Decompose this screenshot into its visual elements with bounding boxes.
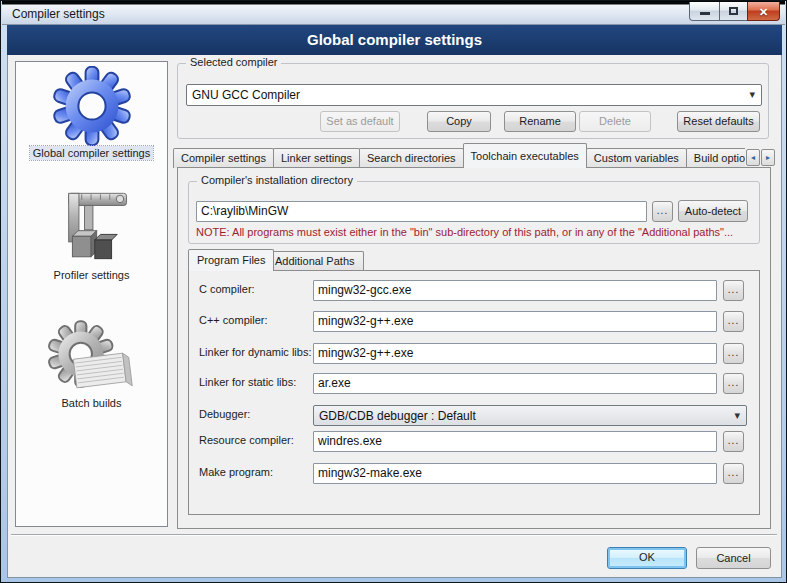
tab-build-options[interactable]: Build options [686, 148, 745, 168]
ellipsis-icon: ... [728, 315, 739, 326]
tab-label: Custom variables [594, 152, 679, 164]
dynamic-linker-input[interactable]: mingw32-g++.exe [313, 343, 717, 364]
ellipsis-icon: ... [728, 467, 739, 478]
copy-button[interactable]: Copy [427, 111, 491, 132]
ellipsis-icon: ... [728, 284, 739, 295]
resource-compiler-input[interactable]: windres.exe [313, 431, 717, 452]
tab-label: Toolchain executables [471, 150, 579, 162]
ellipsis-icon: ... [728, 347, 739, 358]
debugger-label: Debugger: [199, 408, 250, 420]
tab-custom-variables[interactable]: Custom variables [586, 148, 687, 168]
compiler-select-value: GNU GCC Compiler [192, 88, 300, 102]
field-value: mingw32-make.exe [318, 466, 422, 480]
static-linker-input[interactable]: ar.exe [313, 373, 717, 394]
dynamic-linker-label: Linker for dynamic libs: [199, 346, 312, 358]
caliper-icon [50, 184, 134, 268]
maximize-button[interactable] [719, 2, 748, 21]
tab-toolchain-executables[interactable]: Toolchain executables [463, 143, 587, 168]
toolchain-executables-panel: Compiler's installation directory C:\ray… [177, 167, 771, 529]
page-title: Global compiler settings [307, 31, 482, 48]
make-program-browse-button[interactable]: ... [723, 463, 744, 484]
auto-detect-button[interactable]: Auto-detect [678, 200, 748, 222]
selected-compiler-group-label: Selected compiler [186, 56, 281, 68]
settings-sidebar: Global compiler settings [15, 61, 168, 527]
tab-label: Build options [694, 152, 745, 164]
reset-defaults-button[interactable]: Reset defaults [677, 111, 760, 132]
sidebar-item-profiler-settings[interactable]: Profiler settings [16, 184, 167, 282]
installation-directory-group-label: Compiler's installation directory [197, 174, 357, 186]
field-value: mingw32-gcc.exe [318, 283, 411, 297]
close-button[interactable] [747, 2, 780, 21]
resource-compiler-label: Resource compiler: [199, 434, 294, 446]
compiler-select[interactable]: GNU GCC Compiler [186, 84, 762, 106]
installation-directory-browse-button[interactable]: ... [652, 201, 673, 222]
sidebar-item-batch-builds[interactable]: Batch builds [16, 320, 167, 410]
window-title: Compiler settings [12, 7, 105, 21]
sidebar-item-label: Global compiler settings [30, 146, 153, 160]
button-label: Delete [599, 115, 631, 127]
ok-button[interactable]: OK [607, 547, 687, 569]
c-compiler-input[interactable]: mingw32-gcc.exe [313, 280, 717, 301]
tab-label: Compiler settings [181, 152, 266, 164]
make-program-input[interactable]: mingw32-make.exe [313, 463, 717, 484]
cpp-compiler-input[interactable]: mingw32-g++.exe [313, 311, 717, 332]
field-value: ar.exe [318, 376, 351, 390]
tab-program-files[interactable]: Program Files [188, 249, 274, 271]
dialog-header: Global compiler settings [7, 25, 782, 55]
button-label: Set as default [326, 115, 393, 127]
set-as-default-button[interactable]: Set as default [320, 111, 400, 132]
installation-directory-input[interactable]: C:\raylib\MinGW [196, 201, 647, 222]
delete-button[interactable]: Delete [579, 111, 651, 132]
button-label: OK [639, 551, 655, 563]
sidebar-item-label: Profiler settings [51, 268, 133, 282]
tab-label: Program Files [197, 254, 265, 266]
footer-divider [11, 534, 777, 536]
button-label: Rename [519, 115, 561, 127]
sidebar-item-label: Batch builds [59, 396, 125, 410]
close-icon [759, 2, 768, 20]
tab-compiler-settings[interactable]: Compiler settings [173, 148, 274, 168]
field-value: mingw32-g++.exe [318, 346, 413, 360]
resource-compiler-browse-button[interactable]: ... [723, 431, 744, 452]
compiler-settings-window: Compiler settings Global compiler settin… [0, 0, 787, 583]
cancel-button[interactable]: Cancel [696, 547, 771, 569]
dynamic-linker-browse-button[interactable]: ... [723, 343, 744, 364]
sidebar-item-global-compiler-settings[interactable]: Global compiler settings [16, 66, 167, 160]
static-linker-label: Linker for static libs: [199, 376, 296, 388]
tab-linker-settings[interactable]: Linker settings [273, 148, 360, 168]
button-label: Copy [446, 115, 472, 127]
cpp-compiler-browse-button[interactable]: ... [723, 311, 744, 332]
minimize-button[interactable] [689, 2, 720, 21]
tab-label: Linker settings [281, 152, 352, 164]
tab-scroll-right-button[interactable] [761, 149, 775, 166]
tab-additional-paths[interactable]: Additional Paths [266, 251, 364, 271]
selected-compiler-group: Selected compiler GNU GCC Compiler Set a… [177, 63, 769, 139]
button-label: Reset defaults [683, 115, 753, 127]
window-controls [690, 2, 780, 21]
debugger-select[interactable]: GDB/CDB debugger : Default [313, 405, 747, 426]
tab-label: Search directories [367, 152, 456, 164]
debugger-select-value: GDB/CDB debugger : Default [319, 409, 476, 423]
static-linker-browse-button[interactable]: ... [723, 373, 744, 394]
installation-directory-group: Compiler's installation directory C:\ray… [188, 181, 760, 244]
tab-scroll-left-button[interactable] [746, 149, 760, 166]
titlebar[interactable]: Compiler settings [2, 1, 785, 25]
tab-label: Additional Paths [275, 255, 355, 267]
field-value: mingw32-g++.exe [318, 314, 413, 328]
button-label: Auto-detect [685, 205, 741, 217]
button-label: Cancel [716, 552, 750, 564]
ellipsis-icon: ... [728, 377, 739, 388]
maximize-icon [729, 7, 738, 15]
c-compiler-browse-button[interactable]: ... [723, 280, 744, 301]
compiler-tabs: Compiler settings Linker settings Search… [173, 143, 745, 168]
program-files-panel: C compiler: mingw32-gcc.exe ... C++ comp… [188, 270, 760, 515]
installation-directory-value: C:\raylib\MinGW [201, 204, 288, 218]
ellipsis-icon: ... [728, 435, 739, 446]
rename-button[interactable]: Rename [504, 111, 576, 132]
tab-search-directories[interactable]: Search directories [359, 148, 464, 168]
installation-note: NOTE: All programs must exist either in … [196, 226, 733, 238]
ellipsis-icon: ... [657, 205, 668, 216]
field-value: windres.exe [318, 434, 382, 448]
make-program-label: Make program: [199, 466, 273, 478]
cpp-compiler-label: C++ compiler: [199, 314, 267, 326]
